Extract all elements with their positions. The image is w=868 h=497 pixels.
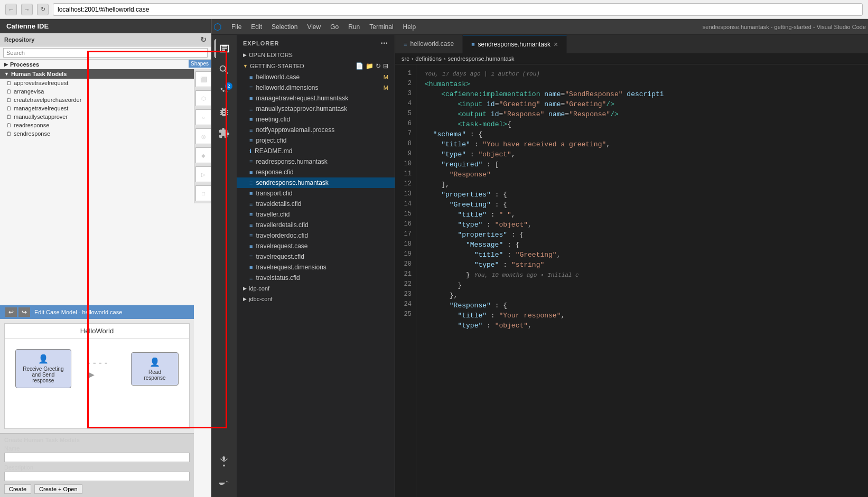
undo-btn[interactable]: ↩ [5,307,17,317]
menu-file[interactable]: File [227,21,246,33]
line-numbers: 1 2 3 4 5 6 7 8 9 10 11 12 13 14 [395,64,416,497]
activity-explorer[interactable] [214,39,234,58]
menu-run[interactable]: Run [344,21,364,33]
code-line-17: "properties" : { [425,230,860,240]
code-line-6: <task-model>{ [425,119,860,129]
human-task-models-group[interactable]: ▼ Human Task Models [0,69,211,79]
file-travelstatus-cfid[interactable]: ≡ travelstatus.cfid [237,273,395,283]
file-travelrequest-case[interactable]: ≡ travelrequest.case [237,241,395,251]
repo-search-input[interactable] [3,48,208,58]
file-helloworld-dimensions[interactable]: ≡ helloworld.dimensions M [237,82,395,93]
file-travelrequest-dimensions[interactable]: ≡ travelrequest.dimensions [237,262,395,273]
activity-test[interactable] [214,453,234,472]
code-line-19: "title" : "Greeting", [425,250,860,260]
explorer-actions: ⋯ [380,39,388,48]
file-managetravelrequest-humantask[interactable]: ≡ managetravelrequest.humantask [237,93,395,104]
code-line-5: <output id="Response" name="Response"/> [425,109,860,119]
tab-sendresponse-humantask[interactable]: ≡ sendresponse.humantask × [463,35,567,53]
menu-go[interactable]: Go [326,21,343,33]
file-transport-cfid[interactable]: ≡ transport.cfid [237,188,395,199]
code-editor[interactable]: 1 2 3 4 5 6 7 8 9 10 11 12 13 14 [395,64,868,497]
create-section-label: Create Human Task Models [4,437,190,443]
file-project-cfid[interactable]: ≡ project.cfid [237,135,395,146]
vscode-sidebar: EXPLORER ⋯ ▶ OPEN EDITORS ▼ GETTING-STAR… [237,35,395,497]
create-open-btn[interactable]: Create + Open [34,484,82,494]
open-editors-section[interactable]: ▶ OPEN EDITORS [237,50,395,60]
menu-view[interactable]: View [303,21,325,33]
code-line-2: <humantask> [425,79,860,89]
url-bar[interactable] [53,3,863,16]
shape-btn-4[interactable]: ◎ [195,128,211,144]
code-line-20: "type" : "string" [425,260,860,270]
file-travelrequest-cfid[interactable]: ≡ travelrequest.cfid [237,251,395,262]
file-helloworld-case[interactable]: ≡ helloworld.case M [237,72,395,82]
file-icon-travelrequest-cfid: ≡ [249,254,253,260]
task-managetravelrequest[interactable]: 🗒 managetravelrequest [0,104,211,112]
jdbc-conf-folder[interactable]: ▶ jdbc-conf [237,294,395,304]
task-receive-greeting[interactable]: 👤 Receive Greetingand Send response [15,349,71,388]
task-read-response[interactable]: 👤 Read response [131,352,179,386]
forward-btn[interactable]: → [21,4,33,15]
getting-started-folder[interactable]: ▼ GETTING-STARTED 📄 📁 ↻ ⊟ [237,60,395,72]
shape-btn-1[interactable]: ⬜ [195,71,211,87]
file-travellerdetails-cfid[interactable]: ≡ travellerdetails.cfid [237,220,395,230]
code-content[interactable]: You, 17 days ago | 1 author (You) <human… [416,64,868,497]
file-icon-managetravelrequest: ≡ [249,95,253,101]
refresh-btn[interactable]: ↻ [37,4,49,15]
shape-btn-7[interactable]: □ [195,185,211,201]
menu-selection[interactable]: Selection [267,21,302,33]
code-line-8: "title" : "You have received a greeting"… [425,139,860,149]
file-meeting-cfid[interactable]: ≡ meeting.cfid [237,114,395,125]
tab-close-btn[interactable]: × [554,40,558,49]
tab-helloworld-case[interactable]: ≡ helloworld.case [395,35,463,53]
file-traveller-cfid[interactable]: ≡ traveller.cfid [237,209,395,220]
repo-refresh-btn[interactable]: ↻ [200,35,207,44]
refresh-folder-icon[interactable]: ↻ [376,62,381,70]
new-folder-icon[interactable]: 📁 [366,62,374,70]
activity-debug[interactable] [214,102,234,121]
task-createtravelpurchaseorder[interactable]: 🗒 createtravelpurchaseorder [0,96,211,104]
processes-group[interactable]: ▶ Processes [0,60,211,69]
shape-btn-6[interactable]: ▷ [195,166,211,182]
task-arrangevisa[interactable]: 🗒 arrangevisa [0,87,211,96]
activity-extensions[interactable] [214,124,234,143]
back-btn[interactable]: ← [5,4,17,15]
menu-terminal[interactable]: Terminal [365,21,397,33]
idp-conf-folder[interactable]: ▶ idp-conf [237,283,395,294]
file-manuallysetapprover-humantask[interactable]: ≡ manuallysetapprover.humantask [237,104,395,114]
file-icon-project: ≡ [249,137,253,144]
activity-search[interactable] [214,60,234,79]
task-name-input[interactable] [4,453,190,462]
collapse-icon[interactable]: ⊟ [383,62,388,70]
shape-btn-2[interactable]: ⬡ [195,90,211,106]
task-approvetravelrequest[interactable]: 🗒 approvetravelrequest [0,79,211,87]
folder-actions: 📄 📁 ↻ ⊟ [356,62,388,70]
task-manuallysetapprover[interactable]: 🗒 manuallysetapprover [0,112,211,121]
shape-btn-5[interactable]: ◆ [195,147,211,163]
activity-docker[interactable] [214,474,234,493]
shapes-btn[interactable]: Shapes [189,60,211,68]
task-sendresponse[interactable]: 🗒 sendresponse [0,129,211,138]
task-readresponse[interactable]: 🗒 readresponse [0,121,211,129]
menu-help[interactable]: Help [399,21,421,33]
file-response-cfid[interactable]: ≡ response.cfid [237,167,395,177]
file-readresponse-humantask[interactable]: ≡ readresponse.humantask [237,156,395,167]
description-label: Description [4,464,190,471]
file-traveldetails-cfid[interactable]: ≡ traveldetails.cfid [237,199,395,209]
code-line-23: }, [425,290,860,301]
file-travelorderdoc-cfid[interactable]: ≡ travelorderdoc.cfid [237,230,395,241]
redo-btn[interactable]: ↪ [18,307,30,317]
code-line-25: "title" : "Your response", [425,311,860,321]
file-sendresponse-humantask[interactable]: ≡ sendresponse.humantask [237,177,395,188]
file-readme[interactable]: ℹ README.md [237,146,395,156]
code-line-14: "Greeting" : { [425,200,860,210]
connector-arrow: - - - - ▶ [87,358,115,380]
shape-btn-3[interactable]: ○ [195,109,211,125]
menu-edit[interactable]: Edit [247,21,266,33]
activity-source-control[interactable]: 2 [214,81,234,100]
create-btn[interactable]: Create [4,484,31,494]
task-description-input[interactable] [4,472,190,481]
file-notifyapprovalemail-process[interactable]: ≡ notifyapprovalemail.process [237,125,395,135]
new-file-folder-icon[interactable]: 📄 [356,62,363,70]
new-file-icon[interactable]: ⋯ [380,39,388,48]
